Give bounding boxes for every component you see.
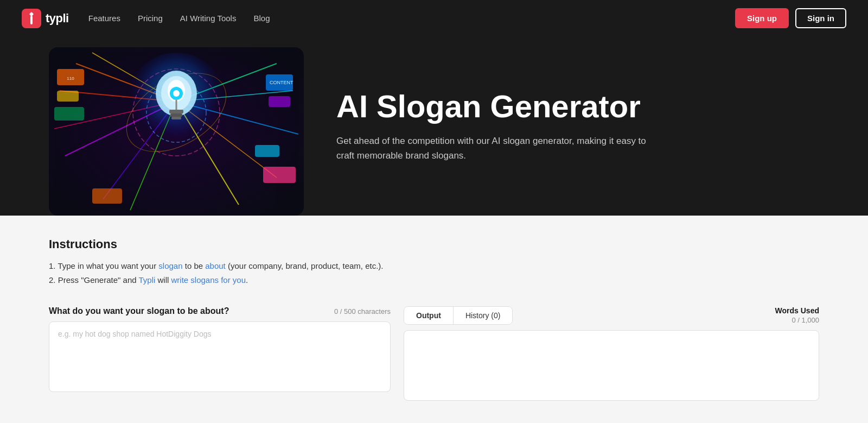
tool-section: What do you want your slogan to be about…	[49, 306, 819, 403]
hero-title: AI Slogan Generator	[336, 89, 846, 124]
nav-link-pricing[interactable]: Pricing	[138, 14, 163, 23]
input-label: What do you want your slogan to be about…	[49, 306, 229, 316]
instruction-step-2: 2. Press "Generate" and Typli will write…	[49, 273, 819, 287]
words-used-value: 0 / 1,000	[792, 316, 819, 324]
svg-rect-35	[92, 188, 122, 204]
tab-output[interactable]: Output	[404, 307, 454, 324]
nav-link-ai-writing-tools[interactable]: AI Writing Tools	[180, 14, 237, 23]
hero-content: AI Slogan Generator Get ahead of the com…	[336, 89, 846, 163]
output-header: Output History (0) Words Used 0 / 1,000	[404, 306, 819, 325]
svg-rect-26	[169, 110, 183, 113]
nav-link-features[interactable]: Features	[88, 14, 120, 23]
output-textarea[interactable]	[404, 330, 819, 401]
svg-text:CONTENT: CONTENT	[270, 80, 293, 85]
output-tabs: Output History (0)	[404, 306, 513, 325]
nav-link-blog[interactable]: Blog	[253, 14, 270, 23]
nav-right: Sign up Sign in	[735, 8, 846, 28]
tab-history[interactable]: History (0)	[454, 307, 513, 324]
navbar: typli Features Pricing AI Writing Tools …	[0, 0, 868, 36]
svg-rect-1	[30, 16, 33, 24]
signup-button[interactable]: Sign up	[735, 8, 789, 28]
svg-rect-27	[170, 113, 182, 117]
slogan-input[interactable]	[49, 321, 391, 392]
about-highlight: about	[205, 261, 226, 270]
instruction-step-1: 1. Type in what you want your slogan to …	[49, 259, 819, 273]
input-panel: What do you want your slogan to be about…	[49, 306, 391, 394]
hero-image: 110 CONTENT	[49, 47, 304, 216]
svg-rect-34	[263, 167, 296, 183]
logo-icon	[22, 9, 41, 28]
svg-rect-31	[54, 107, 84, 121]
hero-image-container: 110 CONTENT	[49, 47, 304, 216]
instructions-section: Instructions 1. Type in what you want yo…	[49, 237, 819, 287]
svg-point-2	[30, 12, 33, 16]
nav-links: Features Pricing AI Writing Tools Blog	[88, 14, 270, 23]
hero-illustration: 110 CONTENT	[49, 47, 304, 216]
svg-rect-36	[255, 145, 279, 157]
signin-button[interactable]: Sign in	[795, 8, 846, 28]
write-highlight: write slogans for you	[171, 275, 246, 285]
logo-text: typli	[46, 11, 69, 26]
svg-point-24	[173, 90, 180, 97]
typli-highlight: Typli	[138, 275, 155, 285]
input-header: What do you want your slogan to be about…	[49, 306, 391, 316]
words-used-label: Words Used	[775, 306, 819, 315]
svg-rect-30	[57, 91, 79, 102]
nav-left: typli Features Pricing AI Writing Tools …	[22, 9, 270, 28]
slogan-highlight: slogan	[158, 261, 182, 270]
hero-subtitle: Get ahead of the competition with our AI…	[336, 134, 651, 163]
output-panel: Output History (0) Words Used 0 / 1,000	[404, 306, 819, 403]
svg-rect-28	[171, 117, 181, 119]
hero-section: 110 CONTENT AI Slogan Generator Get ahea…	[0, 36, 868, 216]
svg-rect-33	[269, 96, 290, 107]
svg-text:110: 110	[67, 76, 74, 81]
main-content: Instructions 1. Type in what you want yo…	[0, 216, 868, 423]
logo[interactable]: typli	[22, 9, 69, 28]
char-count: 0 / 500 characters	[334, 307, 391, 315]
words-used-block: Words Used 0 / 1,000	[775, 306, 819, 325]
instructions-title: Instructions	[49, 237, 819, 251]
